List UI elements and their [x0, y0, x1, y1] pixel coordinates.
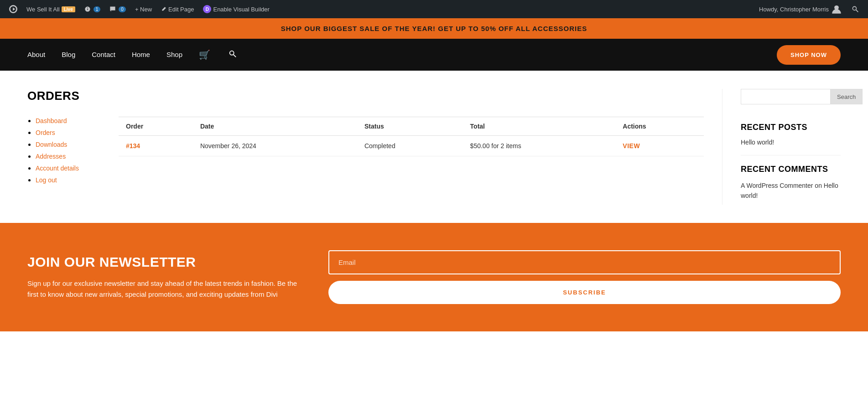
- table-header-row: Order Date Status Total Actions: [119, 117, 704, 136]
- recent-posts-widget: RECENT POSTS Hello world!: [741, 123, 841, 146]
- search-button[interactable]: Search: [831, 89, 863, 104]
- svg-line-3: [856, 10, 858, 12]
- sidebar: Search RECENT POSTS Hello world! RECENT …: [722, 89, 841, 205]
- divi-builder-button[interactable]: D Enable Visual Builder: [199, 0, 273, 18]
- col-order: Order: [119, 117, 193, 136]
- footer: JOIN OUR NEWSLETTER Sign up for our excl…: [0, 223, 868, 331]
- orders-table: Order Date Status Total Actions #134: [119, 117, 704, 156]
- search-input[interactable]: [741, 89, 831, 104]
- nav-links: About Blog Contact Home Shop 🛒: [27, 49, 237, 60]
- revisions-count: 1: [94, 6, 101, 12]
- order-total-cell: $50.00 for 2 items: [463, 136, 616, 156]
- nav-item-contact[interactable]: Contact: [92, 51, 115, 59]
- comments-button[interactable]: 0: [106, 0, 130, 18]
- user-greeting[interactable]: Howdy, Christopher Morris: [755, 0, 846, 18]
- nav-item-home[interactable]: Home: [132, 51, 150, 59]
- account-nav-item-addresses[interactable]: Addresses: [36, 152, 100, 160]
- order-number-cell[interactable]: #134: [119, 136, 193, 156]
- recent-post-link-0[interactable]: Hello world!: [741, 139, 841, 146]
- nav-search-icon[interactable]: [229, 52, 237, 59]
- account-nav-item-downloads[interactable]: Downloads: [36, 140, 100, 149]
- account-nav-link-downloads[interactable]: Downloads: [36, 141, 67, 148]
- page-title: ORDERS: [27, 89, 704, 103]
- table-row: #134 November 26, 2024 Completed $50.00 …: [119, 136, 704, 156]
- nav-link-blog[interactable]: Blog: [62, 51, 75, 58]
- order-view-link[interactable]: VIEW: [623, 142, 640, 150]
- account-nav-link-account-details[interactable]: Account details: [36, 165, 79, 172]
- order-status-cell: Completed: [357, 136, 463, 156]
- subscribe-button[interactable]: SUBSCRIBE: [328, 281, 841, 304]
- account-nav-link-dashboard[interactable]: Dashboard: [36, 117, 67, 124]
- nav-search-item[interactable]: [227, 50, 237, 60]
- edit-page-button[interactable]: Edit Page: [157, 0, 198, 18]
- shop-now-button[interactable]: SHOP NOW: [777, 45, 841, 65]
- col-date: Date: [193, 117, 357, 136]
- main-content: ORDERS Dashboard Orders Downloads Addres…: [27, 89, 704, 205]
- new-label: + New: [135, 6, 152, 13]
- account-nav: Dashboard Orders Downloads Addresses Acc…: [27, 117, 100, 188]
- promo-banner: SHOP OUR BIGGEST SALE OF THE YEAR! GET U…: [0, 18, 868, 39]
- footer-newsletter-title: JOIN OUR NEWSLETTER: [27, 254, 301, 270]
- divi-icon: D: [203, 5, 211, 13]
- svg-point-2: [852, 6, 856, 10]
- footer-email-input[interactable]: [328, 250, 841, 274]
- orders-layout: Dashboard Orders Downloads Addresses Acc…: [27, 117, 704, 188]
- col-actions: Actions: [615, 117, 704, 136]
- order-action-cell[interactable]: VIEW: [615, 136, 704, 156]
- divi-label: Enable Visual Builder: [213, 6, 269, 13]
- edit-page-label: Edit Page: [168, 6, 194, 13]
- orders-table-body: #134 November 26, 2024 Completed $50.00 …: [119, 136, 704, 156]
- col-total: Total: [463, 117, 616, 136]
- orders-table-head: Order Date Status Total Actions: [119, 117, 704, 136]
- admin-bar-left: We Sell It All Live 1 0 + New Edit Page …: [5, 0, 273, 18]
- revisions-button[interactable]: 1: [81, 0, 104, 18]
- account-nav-link-addresses[interactable]: Addresses: [36, 153, 66, 160]
- account-nav-list: Dashboard Orders Downloads Addresses Acc…: [27, 117, 100, 184]
- live-badge: Live: [62, 6, 75, 12]
- account-nav-item-account-details[interactable]: Account details: [36, 164, 100, 172]
- recent-posts-title: RECENT POSTS: [741, 123, 841, 132]
- nav-item-shop[interactable]: Shop: [166, 51, 182, 59]
- nav-item-blog[interactable]: Blog: [62, 51, 75, 59]
- account-nav-item-logout[interactable]: Log out: [36, 176, 100, 184]
- recent-comment-0: A WordPress Commenter on Hello world!: [741, 181, 841, 201]
- recent-comments-title: RECENT COMMENTS: [741, 165, 841, 174]
- site-name-label: We Sell It All: [26, 6, 60, 13]
- nav-cart-item[interactable]: 🛒: [199, 49, 210, 60]
- footer-left: JOIN OUR NEWSLETTER Sign up for our excl…: [27, 254, 301, 300]
- main-nav: About Blog Contact Home Shop 🛒 SHOP NOW: [0, 39, 868, 71]
- order-date-cell: November 26, 2024: [193, 136, 357, 156]
- nav-link-contact[interactable]: Contact: [92, 51, 115, 58]
- account-nav-item-orders[interactable]: Orders: [36, 129, 100, 137]
- comment-author-link[interactable]: A WordPress Commenter: [741, 182, 813, 189]
- site-name-button[interactable]: We Sell It All Live: [23, 0, 79, 18]
- sidebar-separator-1: [741, 155, 841, 155]
- search-widget: Search: [741, 89, 841, 104]
- orders-table-wrap: Order Date Status Total Actions #134: [119, 117, 704, 188]
- col-status: Status: [357, 117, 463, 136]
- cart-icon[interactable]: 🛒: [199, 50, 210, 60]
- admin-bar: We Sell It All Live 1 0 + New Edit Page …: [0, 0, 868, 18]
- nav-item-about[interactable]: About: [27, 51, 45, 59]
- nav-link-shop[interactable]: Shop: [166, 51, 182, 58]
- account-nav-link-logout[interactable]: Log out: [36, 176, 57, 184]
- new-button[interactable]: + New: [131, 0, 156, 18]
- admin-bar-right: Howdy, Christopher Morris: [755, 0, 863, 18]
- account-nav-link-orders[interactable]: Orders: [36, 129, 55, 136]
- wp-icon-button[interactable]: [5, 0, 21, 18]
- footer-right: SUBSCRIBE: [328, 250, 841, 304]
- comments-count: 0: [119, 6, 126, 12]
- order-number-link[interactable]: #134: [126, 142, 140, 150]
- svg-point-4: [230, 51, 234, 55]
- banner-text: SHOP OUR BIGGEST SALE OF THE YEAR! GET U…: [281, 25, 587, 32]
- account-nav-item-dashboard[interactable]: Dashboard: [36, 117, 100, 125]
- recent-comments-widget: RECENT COMMENTS A WordPress Commenter on…: [741, 165, 841, 201]
- admin-search-button[interactable]: [848, 0, 863, 18]
- nav-link-home[interactable]: Home: [132, 51, 150, 58]
- footer-newsletter-desc: Sign up for our exclusive newsletter and…: [27, 278, 301, 300]
- svg-line-5: [234, 55, 236, 57]
- nav-link-about[interactable]: About: [27, 51, 45, 58]
- main-wrapper: ORDERS Dashboard Orders Downloads Addres…: [0, 71, 868, 223]
